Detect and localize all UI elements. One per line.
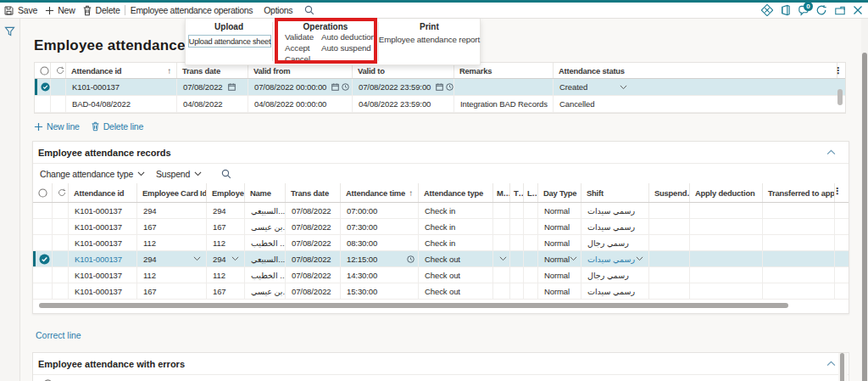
delete-line-button[interactable]: Delete line bbox=[91, 121, 143, 132]
save-button[interactable]: Save bbox=[3, 3, 37, 18]
suspend-dropdown[interactable]: Suspend bbox=[156, 169, 202, 179]
errors-section-header[interactable]: Employee attendance with errors bbox=[33, 353, 849, 375]
new-line-button[interactable]: New line bbox=[34, 121, 80, 132]
column-header[interactable]: Employee Card Id bbox=[137, 183, 207, 202]
page-scrollbar[interactable] bbox=[861, 19, 868, 381]
suspend-cell bbox=[649, 219, 690, 234]
attendance-status-cell: Created bbox=[554, 79, 837, 95]
row-select-cell[interactable] bbox=[33, 203, 53, 218]
errors-vscrollbar-thumb[interactable] bbox=[840, 353, 844, 381]
employee-cell: 112 bbox=[207, 267, 245, 283]
table-row[interactable]: K101-000137112112الخطيب ...07/08/202208:… bbox=[33, 235, 849, 251]
errors-section: Employee attendance with errors bbox=[32, 352, 849, 381]
page-scrollbar-thumb[interactable] bbox=[862, 53, 867, 381]
cell-text: 112 bbox=[143, 238, 156, 248]
table-row[interactable]: BAD-04/08/202204/08/202204/08/2022 00:00… bbox=[35, 96, 845, 113]
l-cell bbox=[524, 203, 538, 218]
shapes-icon[interactable] bbox=[761, 4, 773, 16]
attendance-type-cell: Check out bbox=[419, 267, 493, 283]
grid1-vscrollbar[interactable] bbox=[836, 80, 844, 114]
options-menu[interactable]: Options bbox=[264, 3, 292, 18]
refresh-icon[interactable] bbox=[815, 4, 827, 16]
column-header[interactable]: Attendance id bbox=[69, 183, 137, 202]
row-select-cell[interactable] bbox=[33, 235, 53, 250]
employee-attendance-operations-menu[interactable]: Employee attendance operations bbox=[131, 3, 253, 18]
cell-text: 04/08/2022 23:59:00 bbox=[359, 99, 431, 109]
apply-deduction-cell bbox=[690, 203, 763, 218]
column-header[interactable]: Attendance time↑ bbox=[341, 183, 419, 202]
manual-cell bbox=[493, 203, 510, 218]
table-row[interactable]: K101-000137167167بن عيسى...07/08/202207:… bbox=[33, 219, 849, 235]
table-row[interactable]: K101-000137112112الخطيب ...07/08/202214:… bbox=[33, 267, 849, 283]
column-header[interactable]: Trans date bbox=[286, 183, 341, 202]
upload-attendance-sheet-button[interactable]: Upload attendance sheet bbox=[188, 35, 271, 48]
calendar-icon bbox=[228, 83, 236, 91]
select-all-cell[interactable] bbox=[33, 183, 53, 202]
row-select-cell[interactable] bbox=[35, 96, 51, 112]
popout-icon[interactable] bbox=[834, 5, 846, 16]
row-select-cell[interactable] bbox=[33, 219, 53, 234]
column-header[interactable]: M… bbox=[493, 183, 510, 202]
column-header[interactable]: Attendance type bbox=[419, 183, 493, 202]
delete-button[interactable]: Delete bbox=[82, 3, 120, 18]
column-header[interactable]: Name bbox=[245, 183, 286, 202]
filter-funnel-icon[interactable] bbox=[4, 26, 15, 36]
column-header[interactable]: Attendance id↑ bbox=[66, 63, 177, 78]
column-options-icon[interactable]: ⋮ bbox=[832, 186, 842, 197]
records-search-button[interactable] bbox=[221, 169, 231, 179]
attendance-id-cell: K101-000137 bbox=[69, 203, 137, 218]
selected-check-icon bbox=[41, 81, 50, 92]
grid1-vscrollbar-thumb[interactable] bbox=[837, 89, 843, 105]
records-hscrollbar[interactable] bbox=[33, 300, 849, 311]
search-button[interactable] bbox=[304, 3, 314, 18]
cell-text: Check in bbox=[425, 206, 455, 216]
correct-line-button[interactable]: Correct line bbox=[36, 330, 81, 340]
table-row[interactable]: K101-000137167167بن عيسي...07/08/202215:… bbox=[33, 283, 849, 300]
column-header[interactable]: Shift bbox=[581, 183, 649, 202]
column-header-label: Suspend… bbox=[654, 188, 690, 198]
trans-date-cell: 04/08/2022 bbox=[177, 96, 248, 112]
new-button[interactable]: New bbox=[45, 3, 75, 18]
messages-icon[interactable]: 0 bbox=[798, 4, 809, 16]
office-icon[interactable] bbox=[780, 4, 791, 16]
employee-attendance-report-button[interactable]: Employee attendance report bbox=[379, 31, 480, 44]
table-row[interactable]: K101-000137294294السبيعي...07/08/202212:… bbox=[33, 251, 849, 267]
chevron-down-icon bbox=[620, 85, 627, 90]
suspend-cell bbox=[649, 203, 690, 218]
close-icon[interactable] bbox=[853, 5, 863, 15]
column-header[interactable]: T… bbox=[510, 183, 524, 202]
day-type-cell: Normal bbox=[538, 251, 581, 266]
records-section-header[interactable]: Employee attendance records bbox=[33, 142, 849, 164]
column-header-label: Transferred to apprc bbox=[768, 188, 835, 198]
change-attendance-type-dropdown[interactable]: Change attendance type bbox=[40, 169, 145, 179]
l-cell bbox=[524, 235, 538, 250]
name-cell: الخطيب ... bbox=[245, 235, 286, 250]
attendance-header-grid: Attendance id↑Trans dateValid fromValid … bbox=[34, 62, 846, 114]
t-cell bbox=[510, 283, 524, 299]
row-select-cell[interactable] bbox=[33, 251, 53, 266]
column-header[interactable]: Apply deduction bbox=[690, 183, 763, 202]
cell-text: رسمي رجال bbox=[587, 271, 629, 280]
select-all-cell[interactable] bbox=[35, 63, 51, 78]
cell-text: رسمي رجال bbox=[587, 238, 629, 248]
row-select-cell[interactable] bbox=[33, 283, 53, 299]
column-header-label: Remarks bbox=[459, 66, 492, 76]
collapse-chevron-icon[interactable] bbox=[826, 149, 842, 155]
column-options-icon[interactable]: ⋮ bbox=[833, 65, 843, 76]
refresh-cell[interactable] bbox=[51, 63, 66, 78]
manual-cell bbox=[493, 219, 510, 234]
row-select-cell[interactable] bbox=[33, 267, 53, 283]
column-header[interactable]: Day Type bbox=[538, 183, 581, 202]
clock-icon bbox=[342, 83, 349, 91]
table-row[interactable]: K101-00013707/08/202207/08/2022 00:00:00… bbox=[35, 79, 845, 96]
apply-deduction-cell bbox=[690, 251, 763, 266]
refresh-cell[interactable] bbox=[53, 183, 69, 202]
column-header[interactable]: Suspend… bbox=[649, 183, 690, 202]
column-header[interactable]: L… bbox=[524, 183, 538, 202]
transferred-cell bbox=[763, 267, 835, 283]
table-row[interactable]: K101-000137294294السبيعي...07/08/202207:… bbox=[33, 203, 849, 219]
column-header[interactable]: Transferred to apprc bbox=[763, 183, 835, 202]
records-hscrollbar-thumb[interactable] bbox=[39, 303, 788, 308]
column-header[interactable]: Employe… bbox=[207, 183, 245, 202]
column-header[interactable]: Attendance status bbox=[554, 63, 837, 78]
